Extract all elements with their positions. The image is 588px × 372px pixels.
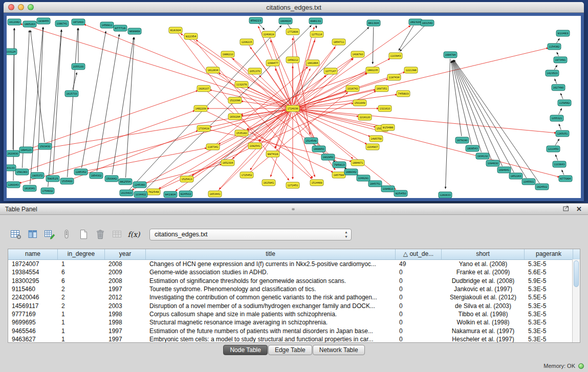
cell-year[interactable]: 1997 — [105, 286, 146, 293]
table-row[interactable]: 2242004622012Investigating the contribut… — [8, 293, 580, 301]
graph-node[interactable]: 1852263 — [509, 173, 522, 179]
cell-in_degree[interactable]: 6 — [58, 277, 105, 285]
graph-node[interactable]: 2204907 — [366, 144, 379, 150]
cell-pagerank[interactable]: 5.5E-5 — [525, 294, 573, 301]
scrollbar-thumb[interactable] — [574, 260, 579, 287]
cell-in_degree[interactable]: 1 — [58, 336, 105, 343]
graph-node[interactable]: 1902950 — [321, 154, 335, 160]
cell-name[interactable]: 9465546 — [8, 327, 58, 335]
graph-node[interactable]: 925450 — [394, 190, 407, 196]
cell-pagerank[interactable]: 5.3E-5 — [525, 302, 573, 310]
graph-node[interactable]: 1501649 — [353, 100, 366, 106]
graph-node[interactable]: 2240619 — [262, 31, 275, 37]
function-builder-button[interactable]: f(x) — [126, 227, 141, 242]
graph-node[interactable]: 1854711 — [332, 39, 345, 45]
graph-node[interactable]: 969969 — [128, 28, 141, 34]
cell-name[interactable]: 9463627 — [8, 336, 58, 343]
graph-node[interactable]: 795913 — [333, 162, 346, 168]
graph-node[interactable]: 1661864 — [306, 60, 319, 66]
table-row[interactable]: 977716911998Corpus callosum shape and si… — [8, 310, 580, 318]
close-panel-icon[interactable]: ✕ — [576, 206, 582, 212]
graph-node[interactable]: 1086741 — [55, 20, 69, 27]
cell-year[interactable]: 1997 — [105, 336, 146, 343]
cell-name[interactable]: 9699695 — [8, 319, 58, 326]
graph-node[interactable]: 2015403 — [120, 190, 133, 196]
graph-node[interactable]: 1973491 — [554, 57, 567, 63]
cell-year[interactable]: 1997 — [105, 327, 146, 335]
graph-node[interactable]: 1535160 — [235, 130, 248, 136]
cell-year[interactable]: 2008 — [105, 277, 146, 285]
graph-node[interactable]: 1245360 — [133, 182, 146, 188]
graph-node[interactable]: 1733419 — [197, 125, 210, 132]
graph-node[interactable]: 1872400 — [72, 19, 85, 25]
cell-name[interactable]: 18724007 — [8, 260, 58, 268]
table-row[interactable]: 1872400712008Changes of HCN gene express… — [8, 260, 580, 268]
graph-node[interactable]: 1831540 — [421, 20, 434, 26]
graph-node[interactable]: 1514549 — [304, 138, 318, 144]
graph-node[interactable]: 1456911 — [100, 22, 114, 28]
cell-out_de[interactable]: 0 — [396, 286, 442, 293]
graph-node[interactable]: 2620630 — [7, 150, 19, 157]
graph-node[interactable]: 1958212 — [286, 57, 299, 63]
graph-node[interactable]: 910463 — [556, 30, 570, 36]
graph-node[interactable]: 1094630 — [486, 160, 499, 166]
graph-node[interactable]: 859223 — [249, 17, 263, 24]
graph-node[interactable]: 922354 — [184, 33, 198, 39]
graph-node[interactable]: 1684794 — [444, 52, 457, 58]
cell-name[interactable]: 14569117 — [8, 302, 58, 310]
table-row[interactable]: 946362711997Embryonic stem cells: a mode… — [8, 335, 580, 343]
graph-node[interactable]: 1926107 — [197, 85, 210, 92]
cell-year[interactable]: 1998 — [105, 319, 146, 326]
graph-node[interactable]: 977716 — [114, 25, 127, 31]
graph-node[interactable]: 1099477 — [266, 60, 279, 66]
graph-node[interactable]: 1653441 — [208, 191, 222, 197]
delete-button[interactable] — [93, 227, 107, 242]
graph-node[interactable]: 1615941 — [262, 180, 275, 186]
citation-network-graph[interactable]: 1724036181283419862101206215224061917728… — [7, 16, 581, 198]
graph-node[interactable]: 1808543 — [466, 145, 479, 151]
graph-node[interactable]: 1679190 — [455, 137, 469, 143]
table-settings-button[interactable] — [8, 227, 23, 242]
table-row[interactable]: 1830029562008Estimation of significance … — [8, 277, 580, 285]
graph-node[interactable]: 1830294 — [228, 114, 242, 120]
graph-node[interactable]: 282329 — [409, 19, 422, 25]
cell-out_de[interactable]: 0 — [396, 327, 442, 335]
graph-node[interactable]: 1812834 — [206, 67, 220, 73]
cell-short[interactable]: Stergiakouli et al. (2012) — [442, 294, 525, 301]
graph-node[interactable]: 1854302 — [90, 172, 103, 179]
cell-in_degree[interactable]: 2 — [58, 286, 105, 293]
column-header-pagerank[interactable]: pagerank — [525, 249, 573, 259]
graph-node[interactable]: 1094810 — [381, 186, 395, 192]
table-row[interactable]: 946554611997Estimation of the future num… — [8, 326, 580, 335]
cell-pagerank[interactable]: 5.3E-5 — [525, 319, 573, 326]
graph-node[interactable]: 1615733 — [65, 91, 78, 97]
graph-node[interactable]: 1924502 — [535, 184, 549, 190]
graph-node[interactable]: 1046291 — [357, 175, 370, 181]
graph-node[interactable]: 862554 — [119, 179, 132, 185]
table-row[interactable]: 911546021997Tourette syndrome. Phenomeno… — [8, 285, 580, 293]
cell-out_de[interactable]: 0 — [396, 302, 442, 310]
cell-short[interactable]: Wolkin et al. (1998) — [442, 319, 525, 326]
graph-node[interactable]: 2055100 — [72, 63, 85, 70]
cell-in_degree[interactable]: 1 — [58, 319, 105, 326]
graph-node[interactable]: 1535400 — [60, 178, 74, 184]
cell-short[interactable]: Tibbo et al. (1998) — [442, 311, 525, 318]
cell-out_de[interactable]: 0 — [396, 277, 442, 285]
graph-node[interactable]: 762548 — [147, 189, 160, 195]
cell-title[interactable]: Corpus callosum shape and size in male p… — [146, 311, 396, 318]
cell-year[interactable]: 2012 — [105, 294, 146, 301]
graph-node[interactable]: 1103643 — [553, 161, 566, 167]
graph-node[interactable]: 1522096 — [228, 97, 242, 103]
graph-node[interactable]: 941904 — [164, 191, 177, 198]
column-header-year[interactable]: year — [105, 249, 146, 259]
graph-node[interactable]: 1884671 — [351, 160, 364, 166]
column-header-in_degree[interactable]: in_degree — [58, 249, 105, 259]
cell-name[interactable]: 9115460 — [8, 286, 58, 293]
graph-node[interactable]: 1591363 — [15, 169, 29, 175]
graph-node[interactable]: 1265051 — [556, 130, 569, 137]
graph-node[interactable]: 1697351 — [375, 85, 388, 92]
cell-title[interactable]: Disruption of a novel member of a sodium… — [146, 302, 396, 310]
cell-in_degree[interactable]: 1 — [58, 327, 105, 335]
graph-node[interactable]: 1860235 — [366, 67, 379, 73]
graph-node[interactable]: 1938455 — [37, 18, 50, 24]
